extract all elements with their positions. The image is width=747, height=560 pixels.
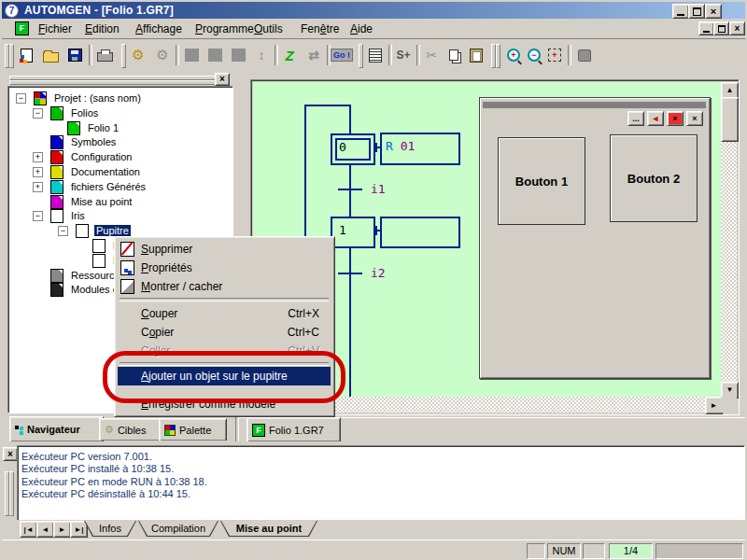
pupitre-back-button[interactable]: ◄ [647,111,664,126]
prev-page-button[interactable]: ◄ [36,521,54,538]
stack-icon [50,269,63,283]
tab-cibles[interactable]: ⚙Cibles [99,418,163,441]
menu-aide[interactable]: Aide [347,21,375,36]
toolbar-grip[interactable] [9,44,14,68]
compile-button[interactable]: ⚙ [127,44,149,66]
tree-item-label: Modules e [69,284,120,295]
context-menu-item-montrer-cacher[interactable]: Montrer / cacher [118,277,331,296]
vertical-scroll-thumb[interactable] [721,97,739,142]
console-grip[interactable] [9,471,14,516]
grafcet-transition-2[interactable] [338,273,362,274]
context-menu-item-propri-t-s[interactable]: Propriétés [118,259,331,277]
console-tab-compilation[interactable]: Compilation [138,521,218,537]
menu-programme[interactable]: Programme [192,21,257,36]
pupitre-bouton-2[interactable]: Bouton 2 [610,134,698,222]
open-button[interactable] [39,44,62,66]
collapse-icon[interactable]: − [16,93,26,104]
console-output[interactable]: Exécuteur PC version 7.001.Exécuteur PC … [17,445,745,522]
menu-fichier[interactable]: Fichier [35,21,75,36]
doc-tab-folio1[interactable]: F Folio 1.GR7 [247,417,341,441]
toolbar-grip[interactable] [121,44,126,68]
go-button[interactable]: Go ! [331,44,353,66]
pupitre-options-button[interactable]: ... [627,111,644,126]
cut-button[interactable]: ✂ [420,44,443,66]
close-button[interactable]: × [705,4,722,19]
console-close-button[interactable]: × [3,447,18,461]
document-icon[interactable]: F [15,21,29,35]
menu-fentre[interactable]: Fenêtre [298,21,342,36]
pupitre-close-button[interactable]: × [686,111,703,126]
zoom-out-button[interactable]: − [523,44,545,66]
link-line [349,248,351,397]
context-menu-item-couper[interactable]: CouperCtrl+X [118,304,331,323]
tab-navigateur[interactable]: Navigateur [9,416,104,441]
collapse-icon[interactable]: − [33,211,43,221]
child-minimize-button[interactable] [698,21,714,35]
symbols-list-button[interactable] [364,44,387,66]
pause-button[interactable] [204,44,226,66]
transfer-button[interactable]: ⇄ [303,44,325,66]
console-tab-mise-au-point[interactable]: Mise au point [220,521,317,537]
next-page-button[interactable]: ► [53,521,71,538]
tree-item-label: Folio 1 [86,122,120,133]
page-icon [50,135,63,149]
toolbar-grip[interactable] [496,44,500,68]
console-nav-row: |◄ ◄ ► ►| InfosCompilationMise au point [2,520,745,539]
child-close-button[interactable]: × [729,21,745,35]
child-restore-button[interactable] [713,21,729,35]
console-line: Exécuteur PC en mode RUN à 10:38 18. [21,476,207,487]
zoom-in-button[interactable]: + [502,44,525,66]
canvas-vertical-scrollbar[interactable]: ▲ ▼ [721,82,737,397]
pupitre-window[interactable]: ... ◄ × × Bouton 1 Bouton 2 [479,97,711,379]
grafcet-transition-1[interactable] [338,189,362,190]
run-button[interactable]: Z [278,44,301,66]
sync-button[interactable]: ↕ [250,44,273,66]
stop-button[interactable] [180,44,203,66]
targets-gear-icon: ⚙ [105,424,114,436]
collapse-icon[interactable]: − [33,108,43,119]
navigator-tree-icon [15,426,23,434]
paste-button[interactable] [465,44,487,66]
stack-icon [50,165,63,179]
minimize-button[interactable] [672,4,689,19]
save-button[interactable] [63,44,86,66]
restore-button[interactable] [688,4,705,19]
compile-all-button[interactable]: ⚙ [151,44,174,66]
menu-affichage[interactable]: Affichage [133,21,185,36]
pupitre-bouton-1[interactable]: Bouton 1 [498,137,585,225]
open-folder-icon [43,52,59,63]
expand-icon[interactable]: + [33,152,43,162]
tree-panel-close-button[interactable]: × [215,73,230,86]
bouton-1-label: Bouton 1 [515,175,568,189]
go-icon: Go ! [331,49,353,62]
step-button[interactable] [227,44,249,66]
tree-panel-grab-bar[interactable] [7,74,232,86]
grafcet-action-1[interactable] [380,217,460,248]
stack-icon [50,106,63,120]
printer-icon [97,52,113,62]
collapse-icon[interactable]: − [58,226,68,236]
tab-palette[interactable]: Palette [159,418,227,441]
window-title: AUTOMGEN - [Folio 1.GR7] [24,4,174,17]
print-button[interactable] [93,44,116,66]
status-bar: NUM1/4 [2,539,745,559]
expand-icon[interactable]: + [33,167,43,177]
context-menu-item-supprimer[interactable]: Supprimer [118,240,331,259]
copy-button[interactable] [443,44,465,66]
menu-outils[interactable]: Outils [251,21,286,36]
menu-edition[interactable]: Edition [82,21,122,36]
title-bar: 7 AUTOMGEN - [Folio 1.GR7] × [2,2,745,19]
last-icon: ►| [74,523,83,537]
pan-button[interactable] [573,44,596,66]
console-tab-infos[interactable]: Infos [84,521,136,537]
pupitre-delete-button[interactable]: × [667,111,684,126]
toolbar-grip[interactable] [359,44,363,68]
expand-icon[interactable]: + [33,182,43,192]
context-menu-item-copier[interactable]: CopierCtrl+C [118,323,331,342]
pupitre-title-strip[interactable] [483,102,706,108]
new-project-button[interactable] [15,44,37,66]
first-page-button[interactable]: |◄ [20,521,37,538]
zoom-selection-button[interactable]: + [543,44,566,66]
add-symbol-button[interactable]: S+ [392,44,415,66]
grafcet-step-1[interactable] [331,217,375,248]
